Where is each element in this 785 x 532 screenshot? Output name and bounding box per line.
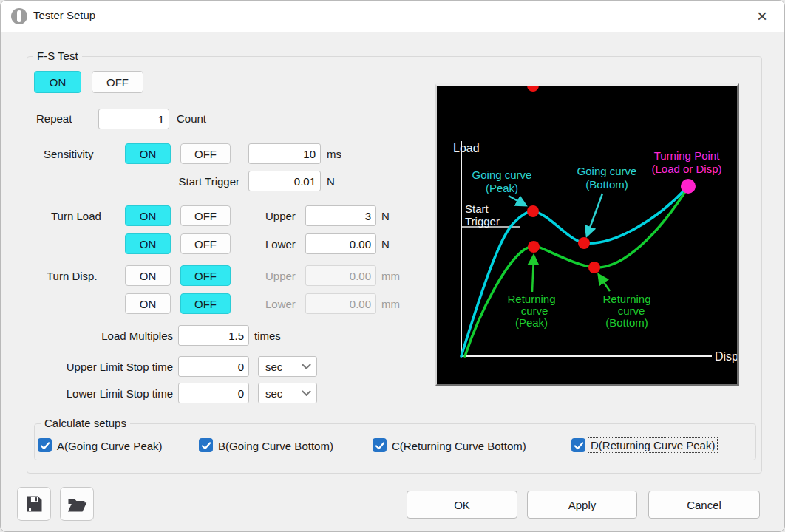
sensitivity-on-button[interactable]: ON [125, 143, 171, 164]
fs-on-button[interactable]: ON [34, 71, 81, 93]
returning-bottom-label-2: curve [618, 304, 645, 317]
open-folder-icon [66, 494, 88, 514]
sensitivity-off-button[interactable]: OFF [180, 143, 231, 164]
start-trigger-unit: N [327, 175, 335, 188]
app-logo-icon [10, 7, 28, 25]
chevron-down-icon [302, 386, 311, 396]
start-trigger-text-2: Trigger [465, 215, 500, 228]
save-button[interactable] [17, 487, 51, 521]
checkbox-d-label[interactable]: D(Returning Curve Peak) [588, 438, 717, 452]
turn-load-lower-input[interactable] [305, 233, 376, 254]
repeat-input[interactable] [98, 109, 169, 129]
returning-peak-label-2: curve [521, 304, 548, 317]
upper-stop-label: Upper Limit Stop time [35, 361, 173, 373]
sensitivity-unit: ms [327, 148, 341, 160]
turning-point-dot [681, 179, 696, 194]
checkbox-b-going-curve-bottom[interactable] [199, 438, 213, 452]
turn-disp-upper-unit: mm [381, 270, 400, 282]
turning-point-label-2: (Load or Disp) [651, 163, 721, 175]
repeat-unit: Count [177, 112, 206, 125]
fs-test-diagram: Load Disp Start Trigger Going curve [435, 83, 739, 386]
returning-peak-label-3: (Peak) [515, 316, 548, 329]
fs-off-button[interactable]: OFF [92, 71, 143, 93]
going-bottom-dot [578, 237, 590, 249]
going-curve [461, 186, 688, 356]
upper-stop-unit-select[interactable]: sec [258, 356, 317, 377]
upper-stop-input[interactable] [178, 356, 249, 377]
start-trigger-label: Start Trigger [154, 175, 239, 188]
checkbox-a-label[interactable]: A(Going Curve Peak) [57, 440, 163, 452]
returning-bottom-label-1: Returning [602, 293, 650, 305]
load-multiples-label: Load Multiples [73, 330, 173, 342]
turn-load-upper-unit: N [381, 210, 390, 222]
open-file-button[interactable] [60, 487, 94, 521]
check-icon [373, 439, 387, 452]
going-peak-dot [527, 86, 539, 92]
title-bar: Tester Setup × [1, 1, 784, 32]
turn-load-upper-input[interactable] [305, 205, 376, 226]
lower-stop-unit-select[interactable]: sec [258, 383, 317, 403]
turn-disp-upper-input [305, 265, 376, 286]
returning-bottom-arrow [599, 275, 610, 291]
turn-load-upper-off-button[interactable]: OFF [180, 205, 231, 226]
tester-setup-dialog: Tester Setup × F-S Test ON OFF Repeat Co… [0, 0, 785, 532]
turn-load-lower-label: Lower [265, 238, 296, 250]
turn-disp-lower-off-button[interactable]: OFF [180, 293, 231, 314]
going-peak-label-1: Going curve [472, 168, 532, 181]
turn-disp-upper-label: Upper [265, 270, 296, 282]
checkbox-c-returning-curve-bottom[interactable] [373, 438, 387, 452]
cancel-button[interactable]: Cancel [648, 491, 760, 519]
turn-load-lower-on-button[interactable]: ON [125, 233, 171, 254]
going-bottom-arrow [587, 194, 602, 236]
check-icon [38, 439, 52, 452]
turn-load-upper-on-button[interactable]: ON [125, 205, 171, 226]
lower-stop-label: Lower Limit Stop time [35, 387, 173, 400]
fs-test-legend: F-S Test [33, 50, 82, 62]
repeat-label: Repeat [36, 112, 72, 125]
close-icon[interactable]: × [746, 4, 778, 29]
turn-load-upper-label: Upper [265, 210, 296, 222]
turn-disp-upper-on-button[interactable]: ON [125, 265, 171, 286]
checkbox-c-label[interactable]: C(Returning Curve Bottom) [392, 440, 526, 452]
going-bottom-label-1: Going curve [577, 165, 637, 177]
turn-disp-lower-on-button[interactable]: ON [125, 293, 171, 314]
save-icon [24, 494, 44, 514]
checkbox-d-returning-curve-peak[interactable] [571, 438, 585, 452]
checkbox-b-label[interactable]: B(Going Curve Bottom) [218, 440, 333, 452]
turn-disp-lower-unit: mm [381, 298, 400, 310]
going-peak-dot-pos [527, 205, 539, 217]
window-title: Tester Setup [33, 9, 95, 21]
turn-load-lower-off-button[interactable]: OFF [180, 233, 231, 254]
going-peak-arrow [509, 196, 526, 205]
start-trigger-input[interactable] [248, 171, 321, 191]
turn-disp-lower-label: Lower [265, 298, 296, 310]
turn-load-lower-unit: N [381, 238, 390, 250]
load-multiples-unit: times [254, 330, 281, 342]
returning-bottom-dot [588, 262, 600, 273]
check-icon [572, 439, 585, 452]
going-peak-label-2: (Peak) [486, 182, 518, 194]
apply-button[interactable]: Apply [527, 491, 637, 519]
turn-disp-lower-input [305, 293, 376, 314]
sensitivity-input[interactable] [248, 143, 321, 164]
checkbox-a-going-curve-peak[interactable] [38, 438, 52, 452]
turning-point-label-1: Turning Point [654, 149, 720, 162]
upper-stop-unit-value: sec [265, 361, 282, 373]
turn-disp-upper-off-button[interactable]: OFF [180, 265, 231, 286]
sensitivity-label: Sensitivity [44, 148, 94, 160]
y-axis-label: Load [453, 142, 480, 154]
check-icon [200, 439, 213, 452]
returning-peak-dot [528, 241, 540, 253]
lower-stop-unit-value: sec [265, 387, 282, 400]
turn-disp-label: Turn Disp. [47, 270, 98, 282]
returning-peak-label-1: Returning [507, 293, 555, 305]
ok-button[interactable]: OK [407, 491, 517, 519]
lower-stop-input[interactable] [178, 383, 249, 403]
load-multiples-input[interactable] [178, 325, 249, 346]
returning-bottom-label-3: (Bottom) [605, 316, 648, 329]
calculate-setups-legend: Calculate setups [41, 417, 130, 429]
start-trigger-text-1: Start [465, 202, 489, 215]
x-axis-label: Disp [715, 350, 737, 363]
fs-curve-diagram-svg: Load Disp Start Trigger Going curve [437, 86, 737, 384]
returning-curve [465, 187, 688, 356]
